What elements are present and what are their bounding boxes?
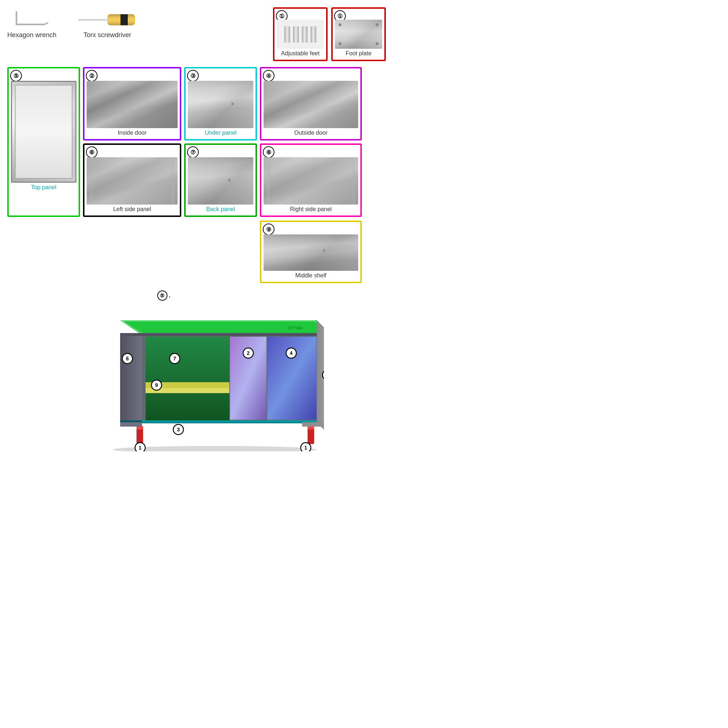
svg-marker-7 <box>78 19 80 21</box>
torx-screwdriver-item: Torx screwdriver <box>78 11 136 39</box>
part-number-7: ⑦ <box>187 146 199 158</box>
top-panel-image <box>11 81 76 183</box>
right-side-panel-box: ⑧ Right side panel <box>260 144 362 217</box>
adjustable-feet-label: Adjustable feet <box>277 50 324 58</box>
svg-rect-32 <box>120 422 142 427</box>
under-panel-image <box>188 81 253 128</box>
back-panel-image <box>188 157 253 205</box>
svg-rect-5 <box>121 14 128 25</box>
svg-text:OPTIMA: OPTIMA <box>288 326 303 330</box>
foot-plate-label: Foot plate <box>335 50 382 58</box>
hexagon-wrench-label: Hexagon wrench <box>7 31 57 39</box>
middle-shelf-image <box>263 234 358 271</box>
adjustable-feet-box: ① Adjustable feet <box>273 7 327 61</box>
cabinet-svg: OPTIMA <box>69 302 324 451</box>
under-panel-box: ③ Under panel <box>184 67 257 141</box>
svg-text:4: 4 <box>290 350 293 356</box>
inside-door-image <box>87 81 177 128</box>
part-number-3: ③ <box>187 70 199 81</box>
svg-text:6: 6 <box>126 356 129 361</box>
right-side-panel-label: Right side panel <box>263 206 358 213</box>
left-side-panel-label: Left side panel <box>87 206 177 213</box>
part-number-4: ④ <box>263 70 274 81</box>
right-side-panel-image <box>263 157 358 205</box>
feet-image <box>277 20 324 49</box>
top-panel-label: Top panel <box>11 184 76 191</box>
svg-text:1: 1 <box>304 445 307 451</box>
part-number-6: ⑥ <box>86 146 98 158</box>
svg-rect-27 <box>120 333 317 336</box>
inside-door-label: Inside door <box>87 130 177 137</box>
foot-plate-box: ① Foot plate <box>331 7 386 61</box>
middle-shelf-box: ⑨ Middle shelf <box>260 220 362 283</box>
svg-text:1: 1 <box>139 445 142 451</box>
middle-shelf-label: Middle shelf <box>263 272 358 280</box>
left-side-panel-box: ⑥ Left side panel <box>83 144 181 217</box>
foot-plate-image <box>335 20 382 49</box>
part-number-5: ⑤ <box>10 70 22 81</box>
torx-screwdriver-label: Torx screwdriver <box>84 31 132 39</box>
cab-label-5-top: ⑤ <box>157 291 167 301</box>
part-number-8: ⑧ <box>263 146 274 158</box>
outside-door-label: Outside door <box>263 130 358 137</box>
torx-screwdriver-icon <box>78 11 136 29</box>
svg-marker-15 <box>317 320 324 437</box>
outside-door-image <box>263 81 358 128</box>
part-number-2: ② <box>86 70 98 81</box>
cab-5-dot: . <box>169 292 170 299</box>
svg-text:2: 2 <box>247 350 250 356</box>
svg-text:9: 9 <box>155 382 158 388</box>
back-panel-label: Back panel <box>188 206 253 213</box>
svg-text:3: 3 <box>177 427 180 433</box>
left-side-panel-image <box>87 157 177 205</box>
outside-door-box: ④ Outside door <box>260 67 362 141</box>
svg-rect-18 <box>145 337 229 421</box>
svg-rect-16 <box>120 335 142 422</box>
part-number-9: ⑨ <box>263 223 274 235</box>
hexagon-wrench-item: Hexagon wrench <box>7 7 57 39</box>
hex-wrench-icon <box>10 7 54 29</box>
inside-door-box: ② Inside door <box>83 67 181 141</box>
svg-rect-33 <box>302 422 324 427</box>
under-panel-label: Under panel <box>188 130 253 137</box>
svg-rect-23 <box>142 421 317 423</box>
back-panel-box: ⑦ Back panel <box>184 144 257 217</box>
top-panel-box: ⑤ Top panel <box>7 67 80 217</box>
svg-line-2 <box>44 23 48 24</box>
svg-rect-6 <box>80 19 109 21</box>
cabinet-diagram-section: ⑤ . OPTIMA <box>7 291 386 451</box>
svg-text:7: 7 <box>173 356 176 361</box>
